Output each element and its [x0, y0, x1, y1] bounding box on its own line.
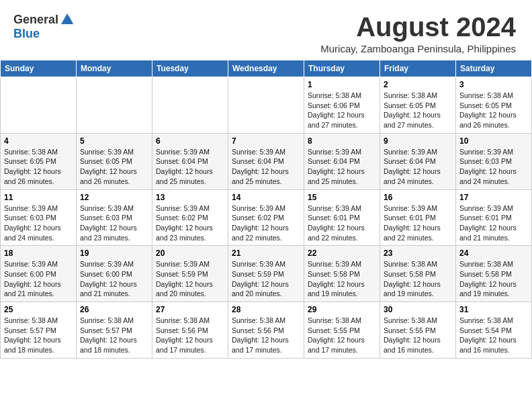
day-number: 24 — [459, 248, 528, 258]
day-cell: 17Sunrise: 5:39 AM Sunset: 6:01 PM Dayli… — [456, 189, 532, 246]
logo-icon — [60, 12, 75, 27]
day-number: 30 — [384, 305, 452, 314]
day-number: 5 — [80, 136, 148, 146]
day-number: 10 — [459, 136, 528, 146]
day-detail: Sunrise: 5:39 AM Sunset: 6:04 PM Dayligh… — [156, 147, 224, 187]
day-cell: 22Sunrise: 5:39 AM Sunset: 5:58 PM Dayli… — [304, 246, 380, 302]
day-number: 7 — [232, 136, 300, 146]
day-detail: Sunrise: 5:39 AM Sunset: 5:58 PM Dayligh… — [308, 259, 376, 299]
day-cell: 9Sunrise: 5:39 AM Sunset: 6:04 PM Daylig… — [380, 133, 456, 189]
day-cell: 3Sunrise: 5:38 AM Sunset: 6:05 PM Daylig… — [456, 77, 532, 134]
day-detail: Sunrise: 5:39 AM Sunset: 6:02 PM Dayligh… — [156, 203, 224, 243]
day-cell: 12Sunrise: 5:39 AM Sunset: 6:03 PM Dayli… — [77, 189, 152, 246]
day-number: 14 — [232, 193, 300, 202]
day-detail: Sunrise: 5:38 AM Sunset: 5:54 PM Dayligh… — [459, 316, 528, 355]
day-detail: Sunrise: 5:39 AM Sunset: 6:04 PM Dayligh… — [308, 147, 376, 187]
week-row-3: 11Sunrise: 5:39 AM Sunset: 6:03 PM Dayli… — [1, 189, 532, 246]
day-cell — [152, 77, 228, 134]
day-number: 4 — [4, 136, 73, 146]
logo-general-text: General — [13, 13, 58, 27]
day-cell: 20Sunrise: 5:39 AM Sunset: 5:59 PM Dayli… — [152, 246, 228, 302]
day-number: 23 — [384, 248, 452, 258]
day-cell: 18Sunrise: 5:39 AM Sunset: 6:00 PM Dayli… — [1, 246, 77, 302]
day-detail: Sunrise: 5:39 AM Sunset: 6:04 PM Dayligh… — [384, 147, 452, 187]
day-detail: Sunrise: 5:38 AM Sunset: 6:05 PM Dayligh… — [384, 91, 452, 130]
day-cell — [1, 77, 77, 134]
day-detail: Sunrise: 5:38 AM Sunset: 6:05 PM Dayligh… — [4, 147, 73, 187]
week-row-1: 1Sunrise: 5:38 AM Sunset: 6:06 PM Daylig… — [1, 77, 532, 134]
day-cell: 25Sunrise: 5:38 AM Sunset: 5:57 PM Dayli… — [1, 302, 77, 359]
day-detail: Sunrise: 5:38 AM Sunset: 6:06 PM Dayligh… — [308, 91, 376, 130]
month-year: August 2024 — [320, 12, 516, 42]
day-cell: 7Sunrise: 5:39 AM Sunset: 6:04 PM Daylig… — [228, 133, 304, 189]
day-detail: Sunrise: 5:39 AM Sunset: 5:59 PM Dayligh… — [232, 259, 300, 299]
day-detail: Sunrise: 5:39 AM Sunset: 6:03 PM Dayligh… — [4, 203, 73, 243]
day-detail: Sunrise: 5:39 AM Sunset: 6:03 PM Dayligh… — [80, 203, 148, 243]
week-row-2: 4Sunrise: 5:38 AM Sunset: 6:05 PM Daylig… — [1, 133, 532, 189]
day-cell: 19Sunrise: 5:39 AM Sunset: 6:00 PM Dayli… — [77, 246, 152, 302]
day-cell: 10Sunrise: 5:39 AM Sunset: 6:03 PM Dayli… — [456, 133, 532, 189]
weekday-header-wednesday: Wednesday — [228, 60, 304, 77]
day-number: 1 — [308, 80, 376, 89]
day-number: 27 — [156, 305, 224, 314]
weekday-header-friday: Friday — [380, 60, 456, 77]
day-cell: 15Sunrise: 5:39 AM Sunset: 6:01 PM Dayli… — [304, 189, 380, 246]
logo-blue-text: Blue — [13, 27, 40, 41]
weekday-header-thursday: Thursday — [304, 60, 380, 77]
day-number: 29 — [308, 305, 376, 314]
day-number: 20 — [156, 248, 224, 258]
day-cell: 6Sunrise: 5:39 AM Sunset: 6:04 PM Daylig… — [152, 133, 228, 189]
logo: General Blue — [13, 12, 75, 41]
title-block: August 2024 Muricay, Zamboanga Peninsula… — [320, 12, 516, 54]
day-cell: 21Sunrise: 5:39 AM Sunset: 5:59 PM Dayli… — [228, 246, 304, 302]
day-detail: Sunrise: 5:39 AM Sunset: 6:02 PM Dayligh… — [232, 203, 300, 243]
day-detail: Sunrise: 5:38 AM Sunset: 5:58 PM Dayligh… — [384, 259, 452, 299]
day-cell: 28Sunrise: 5:38 AM Sunset: 5:56 PM Dayli… — [228, 302, 304, 359]
weekday-header-tuesday: Tuesday — [152, 60, 228, 77]
day-number: 25 — [4, 305, 73, 314]
day-number: 6 — [156, 136, 224, 146]
day-number: 17 — [459, 193, 528, 202]
day-cell: 14Sunrise: 5:39 AM Sunset: 6:02 PM Dayli… — [228, 189, 304, 246]
day-number: 22 — [308, 248, 376, 258]
day-number: 19 — [80, 248, 148, 258]
day-cell: 5Sunrise: 5:39 AM Sunset: 6:05 PM Daylig… — [77, 133, 152, 189]
day-detail: Sunrise: 5:38 AM Sunset: 5:55 PM Dayligh… — [384, 316, 452, 355]
day-number: 2 — [384, 80, 452, 89]
day-cell: 29Sunrise: 5:38 AM Sunset: 5:55 PM Dayli… — [304, 302, 380, 359]
day-detail: Sunrise: 5:39 AM Sunset: 6:04 PM Dayligh… — [232, 147, 300, 187]
day-detail: Sunrise: 5:38 AM Sunset: 5:56 PM Dayligh… — [156, 316, 224, 355]
day-detail: Sunrise: 5:39 AM Sunset: 6:01 PM Dayligh… — [308, 203, 376, 243]
day-detail: Sunrise: 5:38 AM Sunset: 5:56 PM Dayligh… — [232, 316, 300, 355]
day-detail: Sunrise: 5:39 AM Sunset: 6:01 PM Dayligh… — [459, 203, 528, 243]
day-detail: Sunrise: 5:38 AM Sunset: 6:05 PM Dayligh… — [459, 91, 528, 130]
day-detail: Sunrise: 5:39 AM Sunset: 6:00 PM Dayligh… — [4, 259, 73, 299]
week-row-5: 25Sunrise: 5:38 AM Sunset: 5:57 PM Dayli… — [1, 302, 532, 359]
page-header: General Blue August 2024 Muricay, Zamboa… — [0, 0, 532, 60]
day-detail: Sunrise: 5:39 AM Sunset: 5:59 PM Dayligh… — [156, 259, 224, 299]
day-cell: 13Sunrise: 5:39 AM Sunset: 6:02 PM Dayli… — [152, 189, 228, 246]
day-cell: 23Sunrise: 5:38 AM Sunset: 5:58 PM Dayli… — [380, 246, 456, 302]
day-number: 9 — [384, 136, 452, 146]
day-cell: 2Sunrise: 5:38 AM Sunset: 6:05 PM Daylig… — [380, 77, 456, 134]
day-number: 21 — [232, 248, 300, 258]
day-cell: 1Sunrise: 5:38 AM Sunset: 6:06 PM Daylig… — [304, 77, 380, 134]
day-detail: Sunrise: 5:39 AM Sunset: 6:05 PM Dayligh… — [80, 147, 148, 187]
day-cell: 31Sunrise: 5:38 AM Sunset: 5:54 PM Dayli… — [456, 302, 532, 359]
day-number: 11 — [4, 193, 73, 202]
day-detail: Sunrise: 5:38 AM Sunset: 5:58 PM Dayligh… — [459, 259, 528, 299]
weekday-header-monday: Monday — [77, 60, 152, 77]
calendar-table: SundayMondayTuesdayWednesdayThursdayFrid… — [0, 60, 532, 359]
weekday-header-saturday: Saturday — [456, 60, 532, 77]
day-number: 16 — [384, 193, 452, 202]
weekday-header-row: SundayMondayTuesdayWednesdayThursdayFrid… — [1, 60, 532, 77]
day-cell: 4Sunrise: 5:38 AM Sunset: 6:05 PM Daylig… — [1, 133, 77, 189]
day-number: 13 — [156, 193, 224, 202]
day-number: 31 — [459, 305, 528, 314]
day-number: 8 — [308, 136, 376, 146]
location: Muricay, Zamboanga Peninsula, Philippine… — [320, 43, 516, 54]
day-number: 26 — [80, 305, 148, 314]
day-detail: Sunrise: 5:39 AM Sunset: 6:03 PM Dayligh… — [459, 147, 528, 187]
day-cell: 24Sunrise: 5:38 AM Sunset: 5:58 PM Dayli… — [456, 246, 532, 302]
day-cell: 16Sunrise: 5:39 AM Sunset: 6:01 PM Dayli… — [380, 189, 456, 246]
